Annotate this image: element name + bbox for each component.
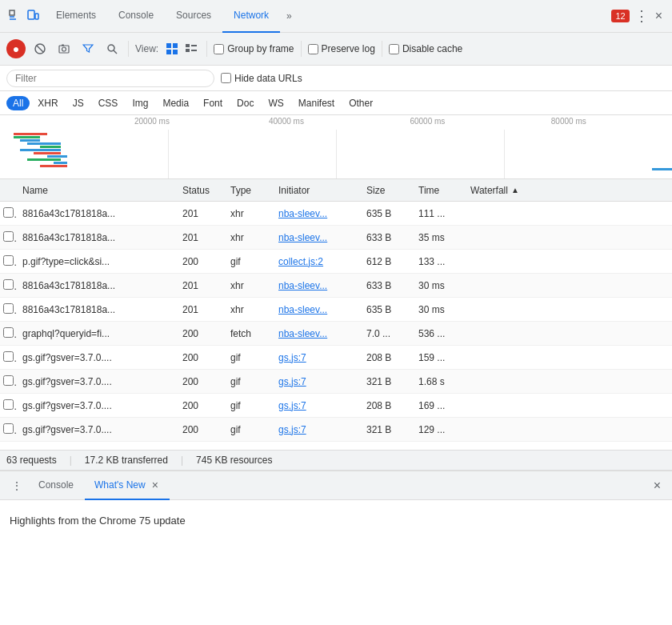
row-name-0: 8816a43c1781818a... (16, 208, 176, 219)
tab-sources[interactable]: Sources (165, 0, 222, 33)
bottom-panel-more-button[interactable]: ⋮ (6, 476, 27, 495)
row-checkbox-7[interactable] (0, 375, 16, 388)
type-filter-font[interactable]: Font (197, 96, 229, 110)
type-filter-css[interactable]: CSS (92, 96, 125, 110)
view-label: View: (135, 43, 158, 54)
row-status-4: 201 (176, 304, 224, 315)
th-time[interactable]: Time (412, 179, 464, 201)
table-row[interactable]: 8816a43c1781818a... 201 xhr nba-sleev...… (0, 202, 672, 226)
table-row[interactable]: graphql?queryid=fi... 200 fetch nba-slee… (0, 322, 672, 346)
row-checkbox-5[interactable] (0, 327, 16, 340)
type-filter-media[interactable]: Media (156, 96, 195, 110)
more-options-icon[interactable]: ⋮ (634, 9, 649, 23)
table-row[interactable]: gs.gif?gsver=3.7.0.... 200 gif gs.js:7 2… (0, 394, 672, 418)
hide-data-urls-label[interactable]: Hide data URLs (221, 73, 302, 84)
type-filter-ws[interactable]: WS (262, 96, 290, 110)
th-waterfall[interactable]: Waterfall ▲ (464, 179, 672, 201)
preserve-log-checkbox[interactable] (308, 44, 318, 54)
search-button[interactable] (102, 39, 122, 58)
type-filter-img[interactable]: Img (126, 96, 154, 110)
row-checkbox-6[interactable] (0, 351, 16, 364)
row-initiator-4[interactable]: nba-sleev... (272, 304, 360, 315)
type-filter-manifest[interactable]: Manifest (292, 96, 341, 110)
tab-more[interactable]: » (280, 10, 298, 22)
row-checkbox-3[interactable] (0, 279, 16, 292)
group-by-frame-checkbox[interactable] (214, 44, 224, 54)
row-initiator-9[interactable]: gs.js:7 (272, 424, 360, 435)
type-filter-all[interactable]: All (6, 96, 30, 110)
th-status[interactable]: Status (176, 179, 224, 201)
clear-button[interactable] (30, 39, 50, 58)
table-header: Name Status Type Initiator Size Time Wat… (0, 179, 672, 202)
row-initiator-3[interactable]: nba-sleev... (272, 280, 360, 291)
type-filter-bar: All XHR JS CSS Img Media Font Doc WS Man… (0, 91, 672, 115)
tab-elements[interactable]: Elements (45, 0, 107, 33)
type-filter-doc[interactable]: Doc (230, 96, 260, 110)
row-checkbox-0[interactable] (0, 207, 16, 220)
bottom-panel-close-button[interactable]: × (649, 479, 666, 493)
filter-input[interactable] (6, 70, 214, 87)
whats-new-tab-close[interactable]: × (150, 479, 160, 491)
inspect-icon[interactable] (8, 9, 22, 23)
table-row[interactable]: gs.gif?gsver=3.7.0.... 200 gif gs.js:7 3… (0, 370, 672, 394)
table-row[interactable]: gs.gif?gsver=3.7.0.... 200 gif gs.js:7 2… (0, 346, 672, 370)
row-status-2: 200 (176, 256, 224, 267)
row-initiator-1[interactable]: nba-sleev... (272, 232, 360, 243)
devtools-icons (3, 9, 45, 23)
tab-bar: Elements Console Sources Network » 12 ⋮ … (0, 0, 672, 33)
type-filter-js[interactable]: JS (66, 96, 90, 110)
type-filter-other[interactable]: Other (342, 96, 379, 110)
row-name-6: gs.gif?gsver=3.7.0.... (16, 352, 176, 363)
row-initiator-8[interactable]: gs.js:7 (272, 400, 360, 411)
row-checkbox-1[interactable] (0, 231, 16, 244)
filter-button[interactable] (78, 39, 98, 58)
group-by-frame-label[interactable]: Group by frame (214, 43, 294, 54)
devtools-close-button[interactable]: × (649, 9, 669, 23)
th-initiator[interactable]: Initiator (272, 179, 360, 201)
screenshot-button[interactable] (54, 39, 74, 58)
th-name[interactable]: Name (16, 179, 176, 201)
wf-mini-bar-2 (14, 136, 41, 138)
row-status-3: 201 (176, 280, 224, 291)
wf-mini-bar-13 (652, 168, 672, 170)
record-button[interactable]: ● (6, 39, 26, 58)
row-initiator-6[interactable]: gs.js:7 (272, 352, 360, 363)
svg-line-6 (37, 46, 43, 52)
disable-cache-checkbox[interactable] (389, 44, 399, 54)
row-checkbox-8[interactable] (0, 399, 16, 412)
wf-mini-bar-1 (14, 133, 34, 135)
th-size[interactable]: Size (360, 179, 412, 201)
table-row[interactable]: gs.gif?gsver=3.7.0.... 200 gif gs.js:7 3… (0, 418, 672, 442)
disable-cache-label[interactable]: Disable cache (389, 43, 462, 54)
table-row[interactable]: 8816a43c1781818a... 201 xhr nba-sleev...… (0, 274, 672, 298)
bottom-tab-whats-new[interactable]: What's New × (85, 471, 170, 500)
view-grid-button[interactable] (163, 40, 181, 58)
row-checkbox-4[interactable] (0, 303, 16, 316)
table-row[interactable]: 8816a43c1781818a... 201 xhr nba-sleev...… (0, 226, 672, 250)
row-initiator-5[interactable]: nba-sleev... (272, 328, 360, 339)
preserve-log-label[interactable]: Preserve log (308, 43, 375, 54)
tab-console[interactable]: Console (107, 0, 165, 33)
type-filter-xhr[interactable]: XHR (31, 96, 64, 110)
row-initiator-2[interactable]: collect.js:2 (272, 256, 360, 267)
tab-network[interactable]: Network (222, 0, 280, 33)
row-initiator-0[interactable]: nba-sleev... (272, 208, 360, 219)
row-time-8: 169 ... (412, 400, 464, 411)
th-type[interactable]: Type (224, 179, 272, 201)
device-icon[interactable] (26, 9, 40, 23)
request-count: 63 requests (6, 455, 57, 466)
bottom-tab-console[interactable]: Console (29, 471, 83, 500)
row-checkbox-2[interactable] (0, 255, 16, 268)
hide-data-urls-checkbox[interactable] (221, 73, 231, 83)
row-initiator-7[interactable]: gs.js:7 (272, 376, 360, 387)
row-size-5: 7.0 ... (360, 328, 412, 339)
row-size-0: 635 B (360, 208, 412, 219)
table-row[interactable]: p.gif?type=click&si... 200 gif collect.j… (0, 250, 672, 274)
row-checkbox-9[interactable] (0, 423, 16, 436)
row-size-6: 208 B (360, 352, 412, 363)
row-type-0: xhr (224, 208, 272, 219)
wf-mini-bar-7 (20, 149, 60, 151)
view-list-button[interactable] (182, 40, 200, 58)
row-name-1: 8816a43c1781818a... (16, 232, 176, 243)
table-row[interactable]: 8816a43c1781818a... 201 xhr nba-sleev...… (0, 298, 672, 322)
